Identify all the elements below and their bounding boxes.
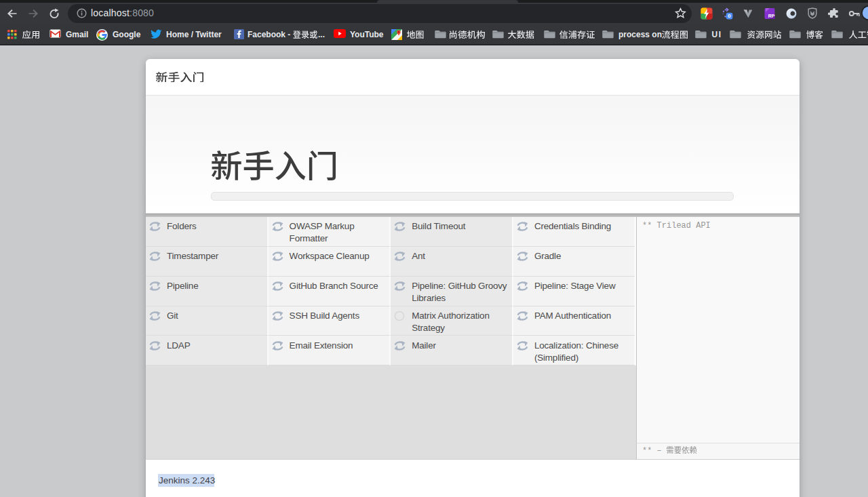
- svg-text:0: 0: [728, 13, 731, 19]
- svg-text:RP: RP: [768, 14, 775, 18]
